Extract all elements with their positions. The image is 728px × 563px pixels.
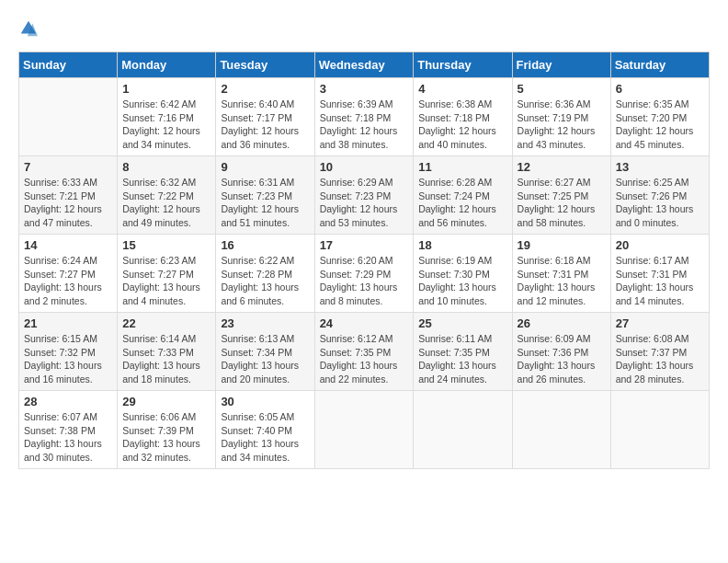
day-number: 14: [24, 238, 112, 252]
calendar-cell: 28Sunrise: 6:07 AMSunset: 7:38 PMDayligh…: [19, 391, 118, 469]
weekday-header-wednesday: Wednesday: [314, 52, 414, 78]
calendar-cell: 16Sunrise: 6:22 AMSunset: 7:28 PMDayligh…: [216, 235, 314, 313]
day-number: 9: [221, 160, 309, 174]
calendar-cell: 21Sunrise: 6:15 AMSunset: 7:32 PMDayligh…: [19, 313, 118, 391]
day-info: Sunrise: 6:17 AMSunset: 7:31 PMDaylight:…: [616, 254, 704, 308]
day-info: Sunrise: 6:35 AMSunset: 7:20 PMDaylight:…: [616, 98, 704, 152]
day-info: Sunrise: 6:36 AMSunset: 7:19 PMDaylight:…: [518, 98, 606, 152]
calendar-cell: 1Sunrise: 6:42 AMSunset: 7:16 PMDaylight…: [118, 78, 216, 156]
day-info: Sunrise: 6:25 AMSunset: 7:26 PMDaylight:…: [616, 176, 704, 230]
day-number: 22: [122, 316, 210, 330]
day-number: 1: [122, 82, 210, 96]
header: [18, 18, 710, 42]
day-number: 27: [616, 316, 704, 330]
day-number: 19: [518, 238, 606, 252]
day-info: Sunrise: 6:09 AMSunset: 7:36 PMDaylight:…: [518, 332, 606, 386]
calendar-cell: 7Sunrise: 6:33 AMSunset: 7:21 PMDaylight…: [19, 156, 118, 235]
day-number: 12: [518, 160, 606, 174]
day-number: 6: [616, 82, 704, 96]
day-info: Sunrise: 6:13 AMSunset: 7:34 PMDaylight:…: [221, 332, 309, 386]
calendar-cell: 18Sunrise: 6:19 AMSunset: 7:30 PMDayligh…: [414, 235, 512, 313]
calendar-cell: 17Sunrise: 6:20 AMSunset: 7:29 PMDayligh…: [314, 235, 414, 313]
calendar-cell: 25Sunrise: 6:11 AMSunset: 7:35 PMDayligh…: [414, 313, 512, 391]
day-info: Sunrise: 6:38 AMSunset: 7:18 PMDaylight:…: [418, 98, 506, 152]
weekday-header-saturday: Saturday: [610, 52, 709, 78]
calendar-week-3: 14Sunrise: 6:24 AMSunset: 7:27 PMDayligh…: [19, 235, 710, 313]
day-number: 10: [320, 160, 409, 174]
day-info: Sunrise: 6:24 AMSunset: 7:27 PMDaylight:…: [24, 254, 112, 308]
calendar-cell: 30Sunrise: 6:05 AMSunset: 7:40 PMDayligh…: [216, 391, 314, 469]
calendar-week-1: 1Sunrise: 6:42 AMSunset: 7:16 PMDaylight…: [19, 78, 710, 156]
calendar-week-4: 21Sunrise: 6:15 AMSunset: 7:32 PMDayligh…: [19, 313, 710, 391]
weekday-header-tuesday: Tuesday: [216, 52, 314, 78]
day-info: Sunrise: 6:27 AMSunset: 7:25 PMDaylight:…: [518, 176, 606, 230]
day-number: 29: [122, 395, 210, 408]
day-info: Sunrise: 6:39 AMSunset: 7:18 PMDaylight:…: [320, 98, 409, 152]
calendar-cell: [19, 78, 118, 156]
day-info: Sunrise: 6:23 AMSunset: 7:27 PMDaylight:…: [122, 254, 210, 308]
calendar-cell: 6Sunrise: 6:35 AMSunset: 7:20 PMDaylight…: [610, 78, 709, 156]
day-info: Sunrise: 6:29 AMSunset: 7:23 PMDaylight:…: [320, 176, 409, 230]
day-number: 25: [418, 316, 506, 330]
day-info: Sunrise: 6:06 AMSunset: 7:39 PMDaylight:…: [122, 410, 210, 465]
calendar-cell: 23Sunrise: 6:13 AMSunset: 7:34 PMDayligh…: [216, 313, 314, 391]
day-info: Sunrise: 6:05 AMSunset: 7:40 PMDaylight:…: [221, 410, 309, 465]
day-info: Sunrise: 6:15 AMSunset: 7:32 PMDaylight:…: [24, 332, 112, 386]
day-number: 28: [24, 395, 112, 408]
day-number: 11: [418, 160, 506, 174]
day-info: Sunrise: 6:42 AMSunset: 7:16 PMDaylight:…: [122, 98, 210, 152]
calendar-cell: 11Sunrise: 6:28 AMSunset: 7:24 PMDayligh…: [414, 156, 512, 235]
day-info: Sunrise: 6:33 AMSunset: 7:21 PMDaylight:…: [24, 176, 112, 230]
weekday-header-row: SundayMondayTuesdayWednesdayThursdayFrid…: [19, 52, 710, 78]
generalblue-icon: [18, 18, 39, 39]
calendar-cell: 13Sunrise: 6:25 AMSunset: 7:26 PMDayligh…: [610, 156, 709, 235]
calendar-cell: 2Sunrise: 6:40 AMSunset: 7:17 PMDaylight…: [216, 78, 314, 156]
day-number: 13: [616, 160, 704, 174]
day-number: 20: [616, 238, 704, 252]
calendar-cell: 22Sunrise: 6:14 AMSunset: 7:33 PMDayligh…: [118, 313, 216, 391]
day-info: Sunrise: 6:40 AMSunset: 7:17 PMDaylight:…: [221, 98, 309, 152]
day-number: 23: [221, 316, 309, 330]
day-number: 24: [320, 316, 409, 330]
day-info: Sunrise: 6:31 AMSunset: 7:23 PMDaylight:…: [221, 176, 309, 230]
calendar-cell: 20Sunrise: 6:17 AMSunset: 7:31 PMDayligh…: [610, 235, 709, 313]
day-number: 26: [518, 316, 606, 330]
calendar-cell: 9Sunrise: 6:31 AMSunset: 7:23 PMDaylight…: [216, 156, 314, 235]
day-number: 15: [122, 238, 210, 252]
day-info: Sunrise: 6:12 AMSunset: 7:35 PMDaylight:…: [320, 332, 409, 386]
day-info: Sunrise: 6:20 AMSunset: 7:29 PMDaylight:…: [320, 254, 409, 308]
day-number: 21: [24, 316, 112, 330]
calendar-cell: 19Sunrise: 6:18 AMSunset: 7:31 PMDayligh…: [512, 235, 610, 313]
calendar-cell: 5Sunrise: 6:36 AMSunset: 7:19 PMDaylight…: [512, 78, 610, 156]
day-number: 17: [320, 238, 409, 252]
day-info: Sunrise: 6:28 AMSunset: 7:24 PMDaylight:…: [418, 176, 506, 230]
calendar-table: SundayMondayTuesdayWednesdayThursdayFrid…: [18, 52, 710, 469]
day-info: Sunrise: 6:14 AMSunset: 7:33 PMDaylight:…: [122, 332, 210, 386]
day-number: 8: [122, 160, 210, 174]
calendar-week-5: 28Sunrise: 6:07 AMSunset: 7:38 PMDayligh…: [19, 391, 710, 469]
day-info: Sunrise: 6:32 AMSunset: 7:22 PMDaylight:…: [122, 176, 210, 230]
day-info: Sunrise: 6:19 AMSunset: 7:30 PMDaylight:…: [418, 254, 506, 308]
weekday-header-sunday: Sunday: [19, 52, 118, 78]
day-info: Sunrise: 6:11 AMSunset: 7:35 PMDaylight:…: [418, 332, 506, 386]
day-number: 30: [221, 395, 309, 408]
calendar-cell: 4Sunrise: 6:38 AMSunset: 7:18 PMDaylight…: [414, 78, 512, 156]
calendar-cell: 26Sunrise: 6:09 AMSunset: 7:36 PMDayligh…: [512, 313, 610, 391]
calendar-cell: 14Sunrise: 6:24 AMSunset: 7:27 PMDayligh…: [19, 235, 118, 313]
day-number: 3: [320, 82, 409, 96]
calendar-cell: 29Sunrise: 6:06 AMSunset: 7:39 PMDayligh…: [118, 391, 216, 469]
calendar-cell: [314, 391, 414, 469]
day-number: 7: [24, 160, 112, 174]
calendar-cell: 10Sunrise: 6:29 AMSunset: 7:23 PMDayligh…: [314, 156, 414, 235]
day-number: 4: [418, 82, 506, 96]
calendar-cell: [512, 391, 610, 469]
day-info: Sunrise: 6:08 AMSunset: 7:37 PMDaylight:…: [616, 332, 704, 386]
calendar-body: 1Sunrise: 6:42 AMSunset: 7:16 PMDaylight…: [19, 78, 710, 469]
day-number: 18: [418, 238, 506, 252]
calendar-cell: [610, 391, 709, 469]
weekday-header-friday: Friday: [512, 52, 610, 78]
day-number: 2: [221, 82, 309, 96]
calendar-cell: 8Sunrise: 6:32 AMSunset: 7:22 PMDaylight…: [118, 156, 216, 235]
day-info: Sunrise: 6:18 AMSunset: 7:31 PMDaylight:…: [518, 254, 606, 308]
calendar-week-2: 7Sunrise: 6:33 AMSunset: 7:21 PMDaylight…: [19, 156, 710, 235]
